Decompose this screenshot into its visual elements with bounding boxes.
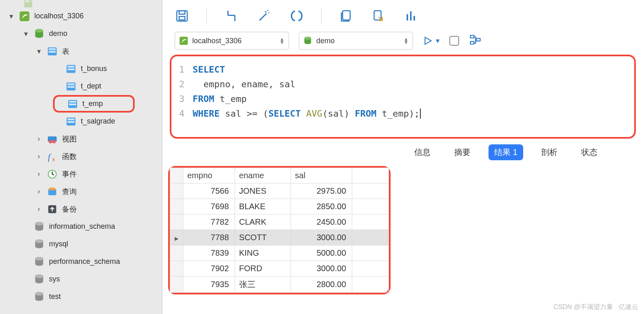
format-icon[interactable] (223, 8, 240, 24)
tables-node[interactable]: ▾ 表 (0, 42, 162, 60)
database-item-mysql[interactable]: mysql (0, 235, 162, 253)
table-label: t_emp (82, 100, 103, 108)
table-item-t_salgrade[interactable]: t_salgrade (0, 113, 162, 130)
functions-label: 函数 (62, 152, 77, 161)
table-row[interactable]: 7788SCOTT3000.00 (170, 230, 389, 245)
table-row[interactable]: 7839KING5000.00 (170, 245, 389, 261)
queries-label: 查询 (62, 187, 77, 197)
connection-selector[interactable]: localhost_3306 ▲▼ (175, 32, 289, 50)
function-icon: fx (47, 151, 58, 162)
sql-editor[interactable]: 1SELECT2 empno, ename, sal3FROM t_emp4WH… (170, 55, 636, 139)
svg-rect-0 (20, 11, 29, 21)
sidebar: ▾ localhost_3306 ▾ demo ▾ 表 t_bonust_dep… (0, 0, 162, 314)
cell-empno[interactable]: 7788 (183, 230, 235, 245)
database-node[interactable]: ▾ demo (0, 25, 162, 42)
cell-ename[interactable]: BLAKE (235, 199, 291, 214)
result-grid-container: empnoenamesal 7566JONES2975.007698BLAKE2… (168, 166, 391, 294)
cell-ename[interactable]: CLARK (235, 214, 291, 230)
stepper-icon: ▲▼ (280, 38, 284, 44)
svg-rect-11 (67, 86, 74, 87)
code-line[interactable]: 4WHERE sal >= (SELECT AVG(sal) FROM t_em… (174, 106, 632, 121)
table-group-icon (47, 46, 58, 57)
code-line[interactable]: 1SELECT (174, 62, 632, 77)
chevron-down-icon: ▾ (35, 47, 42, 56)
backup-icon (47, 203, 58, 215)
table-label: t_salgrade (81, 117, 115, 126)
col-extra (352, 168, 389, 184)
cell-empno[interactable]: 7566 (183, 184, 235, 199)
database-selector[interactable]: demo ▲▼ (299, 32, 413, 50)
database-icon (33, 274, 45, 285)
cell-sal[interactable]: 3000.00 (291, 230, 352, 245)
save-icon[interactable] (174, 8, 190, 24)
cell-empno[interactable]: 7782 (183, 214, 235, 230)
queries-node[interactable]: › 查询 (0, 183, 162, 200)
cell-ename[interactable]: KING (235, 245, 291, 261)
cell-ename[interactable]: JONES (235, 184, 291, 199)
chevron-down-icon: ▾ (7, 12, 15, 21)
database-item-sys[interactable]: sys (0, 270, 162, 288)
cell-empno[interactable]: 7839 (183, 245, 235, 261)
brackets-icon[interactable] (289, 8, 305, 24)
table-item-t_emp[interactable]: t_emp (53, 95, 135, 113)
cell-sal[interactable]: 2800.00 (291, 276, 352, 293)
cell-ename[interactable]: 张三 (235, 276, 291, 293)
copy-icon[interactable] (338, 8, 354, 24)
run-button[interactable]: ▾ (423, 35, 440, 46)
cell-empno[interactable]: 7902 (183, 261, 235, 276)
chart-icon[interactable] (403, 8, 420, 24)
result-grid[interactable]: empnoenamesal 7566JONES2975.007698BLAKE2… (170, 168, 389, 293)
database-item-test[interactable]: test (0, 288, 162, 305)
tab-result[interactable]: 结果 1 (489, 144, 523, 160)
svg-point-35 (35, 274, 43, 278)
stop-checkbox[interactable] (449, 36, 459, 46)
database-item-information_schema[interactable]: information_schema (0, 218, 162, 235)
explain-plan-icon[interactable] (469, 34, 481, 48)
table-row[interactable]: 7782CLARK2450.00 (170, 214, 389, 230)
cell-empno[interactable]: 7698 (183, 199, 235, 214)
code-line[interactable]: 3FROM t_emp (174, 91, 632, 106)
connection-node[interactable]: ▾ localhost_3306 (0, 7, 162, 25)
col-empno[interactable]: empno (183, 168, 235, 184)
cell-sal[interactable]: 2975.00 (291, 184, 352, 199)
table-row[interactable]: 7698BLAKE2850.00 (170, 199, 389, 214)
cell-ename[interactable]: FORD (235, 261, 291, 276)
table-row[interactable]: 7566JONES2975.00 (170, 184, 389, 199)
export-icon[interactable] (371, 8, 387, 24)
table-item-t_bonus[interactable]: t_bonus (0, 60, 162, 77)
svg-point-2 (35, 29, 43, 33)
cell-sal[interactable]: 5000.00 (291, 245, 352, 261)
svg-point-20 (52, 140, 56, 144)
cell-sal[interactable]: 3000.00 (291, 261, 352, 276)
table-row[interactable]: 7935张三2800.00 (170, 276, 389, 293)
views-node[interactable]: › 视图 (0, 130, 162, 148)
run-dropdown-icon[interactable]: ▾ (436, 36, 440, 45)
events-node[interactable]: › 事件 (0, 165, 162, 183)
svg-rect-39 (179, 11, 185, 14)
table-item-t_dept[interactable]: t_dept (0, 77, 162, 95)
tab-profile[interactable]: 剖析 (535, 144, 563, 160)
cell-empno[interactable]: 7935 (183, 276, 235, 293)
database-item-performance_schema[interactable]: performance_schema (0, 253, 162, 270)
col-ename[interactable]: ename (235, 168, 291, 184)
col-sal[interactable]: sal (291, 168, 352, 184)
svg-text:x: x (52, 156, 55, 161)
row-indicator (170, 184, 183, 199)
watermark-left: CSDN @不渴望力量 (553, 303, 613, 312)
beautify-icon[interactable] (256, 8, 272, 24)
database-icon (303, 36, 312, 45)
svg-point-19 (49, 140, 52, 144)
stepper-icon: ▲▼ (404, 38, 409, 44)
svg-rect-14 (69, 103, 76, 105)
table-icon (67, 98, 78, 110)
code-line[interactable]: 2 empno, ename, sal (174, 77, 632, 91)
cell-ename[interactable]: SCOTT (235, 230, 291, 245)
functions-node[interactable]: › fx 函数 (0, 148, 162, 165)
tab-status[interactable]: 状态 (575, 144, 603, 160)
cell-sal[interactable]: 2450.00 (291, 214, 352, 230)
cell-sal[interactable]: 2850.00 (291, 199, 352, 214)
backups-node[interactable]: › 备份 (0, 200, 162, 218)
tab-summary[interactable]: 摘要 (449, 144, 476, 160)
tab-info[interactable]: 信息 (409, 144, 436, 160)
table-row[interactable]: 7902FORD3000.00 (170, 261, 389, 276)
